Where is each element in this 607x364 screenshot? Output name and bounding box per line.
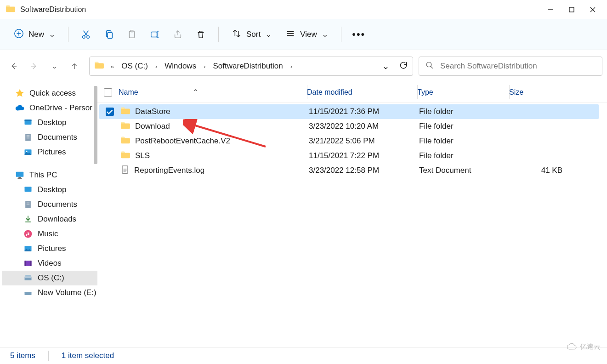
copy-button[interactable]	[99, 24, 119, 45]
file-name: SLS	[135, 151, 150, 160]
file-type: File folder	[419, 136, 511, 146]
breadcrumb-segment[interactable]: SoftwareDistribution	[212, 61, 284, 72]
addressbar-dropdown[interactable]: ⌄	[382, 62, 390, 70]
svg-rect-1	[569, 7, 574, 12]
scrollbar-thumb[interactable]	[94, 86, 97, 164]
minimize-button[interactable]	[540, 0, 561, 19]
nav-forward-button[interactable]	[29, 62, 39, 71]
new-button[interactable]: New ⌄	[8, 25, 61, 45]
chevron-right-icon: ›	[153, 63, 160, 70]
sidebar-item-pictures[interactable]: Pictures	[2, 241, 97, 256]
sidebar-item-label: Documents	[38, 133, 77, 142]
drive-icon	[23, 273, 33, 283]
sidebar-item-new-volume[interactable]: New Volume (E:)	[2, 285, 97, 300]
sidebar-item-label: Desktop	[38, 118, 66, 127]
folder-icon	[120, 107, 130, 117]
search-input[interactable]	[440, 62, 596, 71]
plus-circle-icon	[14, 28, 24, 41]
sidebar-item-label: OneDrive - Persor	[29, 103, 92, 113]
file-row[interactable]: DataStore11/15/2021 7:36 PMFile folder	[99, 104, 599, 119]
sidebar-item-documents[interactable]: Documents	[2, 130, 97, 145]
window-title: SoftwareDistribution	[20, 6, 86, 14]
maximize-button[interactable]	[561, 0, 582, 19]
file-row[interactable]: SLS11/15/2021 7:22 PMFile folder	[99, 148, 599, 163]
svg-rect-51	[122, 165, 128, 173]
sidebar-item-desktop[interactable]: Desktop	[2, 182, 97, 197]
view-icon	[285, 28, 295, 41]
sidebar-item-music[interactable]: Music	[2, 227, 97, 241]
rename-button[interactable]	[145, 24, 165, 45]
column-header-name[interactable]: Name⌃	[119, 88, 307, 97]
svg-rect-30	[27, 136, 30, 137]
svg-line-9	[84, 31, 88, 36]
svg-rect-46	[30, 261, 32, 266]
sidebar-item-desktop[interactable]: Desktop	[2, 115, 97, 130]
file-row[interactable]: ReportingEvents.log3/23/2022 12:58 PMTex…	[99, 163, 599, 178]
separator	[68, 27, 68, 42]
svg-rect-15	[151, 32, 157, 37]
chevron-down-icon: ⌄	[49, 31, 55, 39]
nav-recent-button[interactable]: ⌄	[50, 62, 59, 71]
sidebar-item-quick-access[interactable]: Quick access	[2, 86, 97, 101]
breadcrumb-segment[interactable]: OS (C:)	[120, 61, 149, 72]
svg-rect-29	[27, 136, 30, 136]
breadcrumb-overflow[interactable]: «	[108, 63, 117, 70]
sidebar-item-onedrive[interactable]: OneDrive - Persor	[2, 101, 97, 115]
svg-rect-45	[25, 261, 26, 266]
svg-rect-39	[27, 203, 30, 203]
column-header-date[interactable]: Date modified	[307, 88, 417, 97]
folder-icon	[120, 121, 130, 132]
file-name: PostRebootEventCache.V2	[135, 136, 230, 146]
file-date: 3/23/2022 12:58 PM	[309, 166, 419, 175]
svg-rect-40	[27, 204, 30, 204]
svg-rect-34	[16, 172, 24, 177]
breadcrumb-segment[interactable]: Windows	[164, 61, 197, 72]
toolbar: New ⌄ Sort ⌄ View ⌄ •••	[0, 19, 607, 50]
nav-up-button[interactable]	[70, 62, 79, 71]
sidebar-item-pictures[interactable]: Pictures	[2, 145, 97, 159]
video-icon	[23, 258, 33, 268]
sidebar-item-label: Pictures	[38, 148, 66, 157]
document-icon	[23, 132, 33, 142]
select-all-checkbox[interactable]	[104, 88, 112, 97]
file-row[interactable]: PostRebootEventCache.V23/21/2022 5:06 PM…	[99, 134, 599, 148]
new-label: New	[28, 30, 44, 39]
svg-point-24	[426, 62, 431, 67]
file-name: DataStore	[135, 107, 170, 116]
column-header-size[interactable]: Size	[509, 88, 569, 97]
svg-rect-35	[18, 177, 21, 178]
search-bar[interactable]	[419, 57, 602, 76]
sidebar-item-documents[interactable]: Documents	[2, 197, 97, 212]
document-icon	[23, 199, 33, 210]
cut-button[interactable]	[76, 24, 96, 45]
svg-rect-49	[25, 275, 31, 276]
file-date: 11/15/2021 7:22 PM	[309, 151, 419, 160]
svg-rect-27	[25, 119, 32, 121]
navigation-row: ⌄ « OS (C:) › Windows › SoftwareDistribu…	[0, 50, 607, 82]
drive-icon	[23, 288, 33, 298]
chevron-right-icon: ›	[201, 63, 208, 70]
view-button[interactable]: View ⌄	[280, 25, 334, 45]
sidebar-item-videos[interactable]: Videos	[2, 256, 97, 271]
folder-icon	[6, 5, 16, 15]
monitor-icon	[15, 170, 25, 180]
file-row[interactable]: Download3/23/2022 10:20 AMFile folder	[99, 119, 599, 134]
sidebar-item-os-c[interactable]: OS (C:)	[2, 271, 97, 285]
address-bar[interactable]: « OS (C:) › Windows › SoftwareDistributi…	[89, 57, 413, 76]
svg-point-8	[87, 36, 90, 39]
sidebar-item-this-pc[interactable]: This PC	[2, 168, 97, 182]
close-button[interactable]	[582, 0, 603, 19]
sidebar-item-downloads[interactable]: Downloads	[2, 212, 97, 227]
more-button[interactable]: •••	[349, 24, 369, 45]
nav-back-button[interactable]	[9, 62, 18, 71]
cloud-icon	[15, 103, 25, 113]
sort-button[interactable]: Sort ⌄	[226, 25, 277, 45]
sort-icon	[232, 28, 242, 41]
refresh-button[interactable]	[399, 61, 408, 72]
sort-ascending-icon: ⌃	[193, 88, 200, 97]
delete-button[interactable]	[191, 24, 211, 45]
paste-button[interactable]	[122, 24, 142, 45]
column-header-type[interactable]: Type	[417, 88, 509, 97]
share-button[interactable]	[168, 24, 188, 45]
row-checkbox[interactable]	[106, 108, 114, 116]
